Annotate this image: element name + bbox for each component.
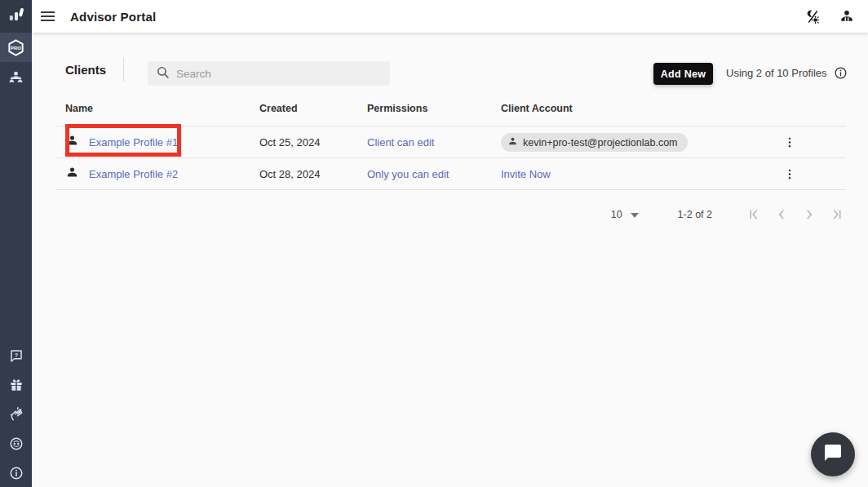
last-page-icon[interactable] <box>828 206 846 224</box>
permissions-link[interactable]: Client can edit <box>367 136 434 148</box>
created-date: Oct 25, 2024 <box>259 126 320 158</box>
sidebar-bottom-group: ? <box>0 348 32 480</box>
row-menu-icon[interactable] <box>780 133 799 153</box>
sidebar-item-gift[interactable] <box>0 378 32 392</box>
first-page-icon[interactable] <box>745 206 763 224</box>
table-header: Name Created Permissions Client Account <box>55 96 846 126</box>
sidebar-item-clients[interactable] <box>0 62 32 91</box>
client-account-email: kevin+pro-test@projectionlab.com <box>523 137 678 148</box>
app-title: Advisor Portal <box>70 10 156 24</box>
bar-chart-logo-icon <box>8 7 24 25</box>
chat-bubble-icon <box>823 443 843 466</box>
info-icon <box>9 466 24 480</box>
usage-label: Using 2 of 10 Profiles <box>726 67 827 79</box>
rows-per-page-select[interactable]: 10 <box>611 209 639 220</box>
account-icon[interactable] <box>837 7 857 26</box>
theme-toggle-icon[interactable] <box>803 7 822 26</box>
column-header-client-account: Client Account <box>501 103 573 114</box>
search-input[interactable] <box>176 68 372 80</box>
client-name-link[interactable]: Example Profile #2 <box>89 168 178 180</box>
hamburger-menu-icon[interactable] <box>41 8 57 24</box>
app-bar: Advisor Portal <box>32 0 868 33</box>
add-new-button[interactable]: Add New <box>653 63 713 85</box>
chat-fab-button[interactable] <box>811 432 855 476</box>
advisor-portal-page: PRO ? <box>0 0 868 487</box>
app-bar-actions <box>803 7 857 26</box>
sidebar-item-feedback[interactable]: ? <box>0 348 32 363</box>
sidebar: PRO ? <box>0 0 32 487</box>
gift-icon <box>9 378 24 392</box>
column-header-created: Created <box>259 103 298 114</box>
previous-page-icon[interactable] <box>773 206 790 224</box>
hand-gesture-icon <box>9 407 24 422</box>
person-icon <box>65 166 79 183</box>
rows-per-page-value: 10 <box>611 209 622 220</box>
person-icon <box>65 134 79 151</box>
sidebar-item-pro[interactable]: PRO <box>0 33 32 62</box>
profiles-usage: Using 2 of 10 Profiles <box>726 65 848 80</box>
client-account-chip[interactable]: kevin+pro-test@projectionlab.com <box>501 133 688 152</box>
pagination-nav <box>745 206 846 224</box>
table-row[interactable]: Example Profile #2 Oct 28, 2024 Only you… <box>55 158 846 190</box>
svg-text:?: ? <box>14 352 18 359</box>
profiles-info-icon[interactable] <box>834 65 848 80</box>
column-header-permissions: Permissions <box>367 103 427 114</box>
clients-table: Name Created Permissions Client Account … <box>55 96 846 190</box>
title-divider <box>123 58 124 82</box>
pagination-range: 1-2 of 2 <box>678 209 712 220</box>
page-title: Clients <box>65 63 106 77</box>
invite-now-link[interactable]: Invite Now <box>501 168 551 180</box>
column-header-name: Name <box>65 103 93 114</box>
svg-text:PRO: PRO <box>11 45 21 50</box>
discord-icon <box>9 436 24 451</box>
sidebar-item-whats-new[interactable] <box>0 407 32 422</box>
client-name-link[interactable]: Example Profile #1 <box>89 136 178 148</box>
search-box <box>148 61 390 86</box>
clients-icon <box>8 69 24 85</box>
row-menu-icon[interactable] <box>780 165 799 184</box>
feedback-question-icon: ? <box>9 348 24 363</box>
pagination-bar: 10 1-2 of 2 <box>55 204 846 225</box>
permissions-link[interactable]: Only you can edit <box>367 168 449 180</box>
created-date: Oct 28, 2024 <box>259 158 320 190</box>
search-icon <box>156 65 170 82</box>
app-logo[interactable] <box>0 0 32 33</box>
next-page-icon[interactable] <box>800 206 818 224</box>
chip-person-icon <box>507 136 518 149</box>
chevron-down-icon <box>631 209 639 220</box>
sidebar-item-discord[interactable] <box>0 436 32 451</box>
pro-badge-icon: PRO <box>7 38 25 57</box>
sidebar-item-info[interactable] <box>0 466 32 480</box>
table-row[interactable]: Example Profile #1 Oct 25, 2024 Client c… <box>55 126 846 158</box>
